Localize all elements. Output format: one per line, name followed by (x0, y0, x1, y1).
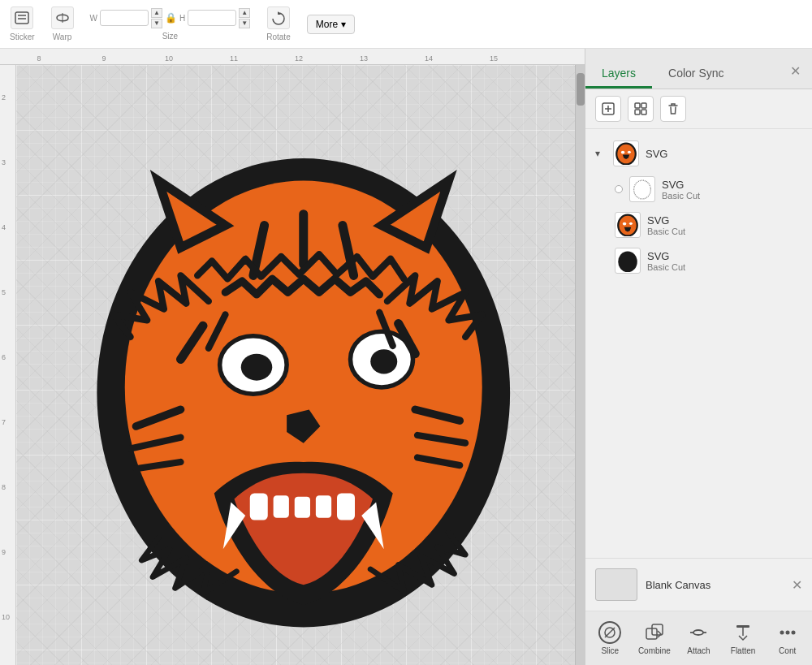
layer-group-name: SVG (646, 148, 667, 160)
size-label: Size (162, 32, 178, 41)
warp-icon[interactable] (51, 6, 74, 29)
scroll-thumb[interactable] (577, 73, 585, 106)
vertical-scrollbar[interactable] (575, 65, 585, 665)
right-panel: Layers Color Sync ✕ ▾ (585, 49, 812, 665)
svg-point-41 (785, 631, 789, 635)
svg-point-32 (618, 252, 637, 272)
svg-point-10 (370, 349, 397, 374)
tab-layers[interactable]: Layers (585, 60, 652, 89)
layer-add-button[interactable] (595, 96, 621, 122)
blank-canvas-label: Blank Canvas (646, 579, 710, 591)
attach-label: Attach (687, 646, 710, 655)
layer-item-3[interactable]: SVG Basic Cut (585, 243, 812, 279)
attach-icon (687, 621, 710, 644)
tab-color-sync[interactable]: Color Sync (652, 60, 740, 89)
ruler-horizontal: 8 9 10 11 12 13 14 15 (0, 49, 585, 65)
blank-canvas-close[interactable]: ✕ (792, 577, 802, 593)
svg-rect-14 (316, 495, 331, 518)
main-content: 8 9 10 11 12 13 14 15 2 3 4 5 6 7 8 9 10 (0, 49, 812, 665)
layer-delete-button[interactable] (660, 96, 686, 122)
cont-button[interactable]: Cont (766, 616, 809, 660)
layer-item-1[interactable]: SVG Basic Cut (585, 171, 812, 207)
height-input[interactable] (188, 10, 236, 26)
svg-point-40 (780, 631, 784, 635)
canvas-area[interactable]: 8 9 10 11 12 13 14 15 2 3 4 5 6 7 8 9 10 (0, 49, 585, 665)
blank-canvas-section: Blank Canvas ✕ (585, 558, 812, 611)
svg-rect-21 (635, 110, 640, 114)
rotate-tool[interactable]: Rotate (266, 6, 290, 41)
canvas-grid[interactable] (16, 65, 585, 665)
svg-point-42 (791, 631, 795, 635)
svg-rect-11 (250, 494, 268, 520)
svg-rect-22 (641, 110, 646, 114)
main-toolbar: Sticker Warp W ▲ ▼ 🔒 H ▲ ▼ Size (0, 0, 812, 49)
panel-close-button[interactable]: ✕ (785, 62, 806, 80)
cont-label: Cont (779, 646, 796, 655)
combine-label: Combine (638, 646, 671, 655)
svg-point-26 (628, 151, 631, 153)
svg-point-9 (241, 354, 273, 381)
size-tool[interactable]: W ▲ ▼ 🔒 H ▲ ▼ Size (90, 8, 251, 41)
svg-point-27 (634, 180, 651, 199)
layer-subname-1: Basic Cut (662, 191, 700, 201)
svg-rect-12 (274, 495, 289, 518)
flatten-label: Flatten (731, 646, 756, 655)
layer-group-svg[interactable]: ▾ SVG (585, 136, 812, 171)
slice-button[interactable]: Slice (589, 616, 632, 660)
svg-rect-20 (641, 103, 646, 108)
svg-point-31 (629, 222, 633, 225)
panel-tabs: Layers Color Sync ✕ (585, 49, 812, 89)
tiger-svg (65, 114, 520, 650)
layer-subname-2: Basic Cut (647, 227, 685, 236)
warp-label: Warp (53, 32, 72, 41)
layer-info-2: SVG Basic Cut (647, 214, 685, 236)
layer-group-thumb (613, 140, 639, 166)
svg-rect-0 (15, 12, 28, 24)
flatten-button[interactable]: Flatten (722, 616, 765, 660)
layer-name-2: SVG (647, 214, 685, 227)
layer-thumb-3 (615, 248, 641, 274)
layer-visibility-dot-1[interactable] (615, 185, 623, 193)
rotate-label: Rotate (266, 32, 290, 41)
ruler-vertical: 2 3 4 5 6 7 8 9 10 (0, 65, 16, 665)
layer-name-3: SVG (647, 250, 685, 262)
layer-info-3: SVG Basic Cut (647, 250, 685, 272)
combine-button[interactable]: Combine (633, 616, 676, 660)
sticker-icon[interactable] (11, 6, 33, 29)
layer-thumb-2 (615, 212, 641, 238)
cont-icon (776, 621, 799, 644)
slice-icon (598, 621, 621, 644)
layer-grid-button[interactable] (628, 96, 654, 122)
layer-subname-3: Basic Cut (647, 262, 685, 272)
more-button[interactable]: More ▾ (307, 15, 355, 34)
layer-name-1: SVG (662, 179, 700, 191)
blank-canvas-thumbnail (595, 568, 637, 601)
layer-info-1: SVG Basic Cut (662, 179, 700, 201)
slice-label: Slice (601, 646, 619, 655)
tiger-artwork[interactable] (65, 114, 520, 650)
width-input[interactable] (100, 10, 149, 26)
combine-icon (643, 621, 666, 644)
rotate-icon[interactable] (267, 6, 290, 29)
layers-list: ▾ SVG (585, 129, 812, 558)
sticker-label: Sticker (10, 32, 35, 41)
flatten-icon (732, 621, 754, 644)
layer-panel-toolbar (585, 89, 812, 129)
lock-toggle[interactable]: 🔒 (165, 12, 177, 24)
sticker-tool[interactable]: Sticker (10, 6, 35, 41)
svg-rect-15 (337, 494, 355, 520)
expand-icon[interactable]: ▾ (595, 148, 607, 159)
svg-point-30 (623, 222, 626, 226)
warp-tool[interactable]: Warp (51, 6, 74, 41)
layer-item-2[interactable]: SVG Basic Cut (585, 207, 812, 243)
svg-rect-39 (736, 625, 749, 628)
layer-thumb-1 (629, 176, 655, 202)
svg-point-25 (621, 151, 624, 154)
svg-rect-13 (295, 497, 310, 518)
svg-rect-19 (635, 103, 640, 108)
attach-button[interactable]: Attach (677, 616, 720, 660)
panel-actions: Slice Combine Attach (585, 611, 812, 665)
